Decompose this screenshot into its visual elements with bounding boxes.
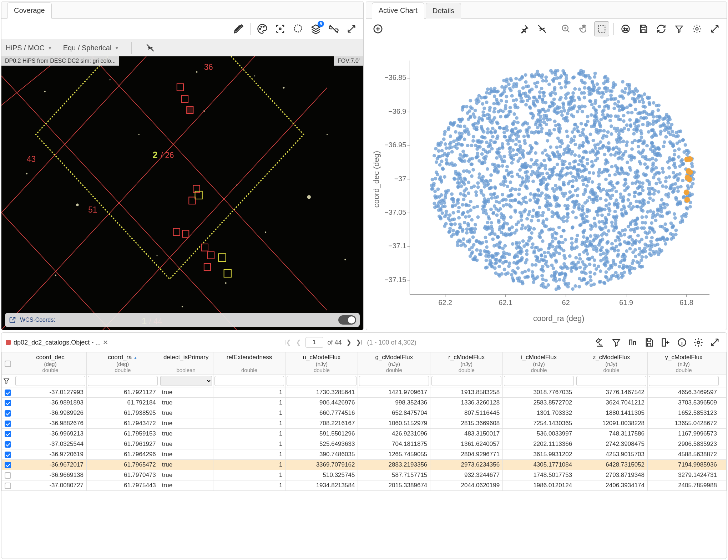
row-checkbox[interactable] [5, 483, 11, 489]
svg-point-1656 [605, 233, 608, 236]
row-checkbox[interactable] [5, 441, 11, 448]
svg-point-844 [564, 96, 568, 100]
table-row[interactable]: -36.972061961.7964296true1390.7486035126… [2, 449, 727, 460]
unlink-icon[interactable] [535, 21, 550, 36]
svg-point-1600 [602, 134, 606, 137]
table-row[interactable]: -37.032554461.7961927true1525.6493633704… [2, 439, 727, 449]
popout-icon[interactable] [9, 316, 16, 324]
box-select-icon[interactable] [594, 21, 609, 36]
microscope-icon[interactable] [592, 335, 607, 350]
table-row[interactable]: -36.988267661.7943472true1708.2216167106… [2, 418, 727, 429]
tools-icon[interactable] [231, 21, 246, 36]
filter-u_cModelFlux[interactable] [287, 376, 357, 386]
close-icon[interactable]: ✕ [103, 338, 108, 346]
link-off-icon[interactable] [326, 21, 341, 36]
col-z_cModelFlux[interactable]: z_cModelFlux(nJy)double [575, 352, 648, 375]
add-chart-icon[interactable] [370, 21, 385, 36]
filter-coord_ra[interactable] [88, 376, 158, 386]
tab-details[interactable]: Details [426, 3, 461, 19]
cell-g_cModelFlux: 704.1811875 [358, 439, 430, 449]
filter-icon[interactable] [672, 21, 687, 36]
col-coord_dec[interactable]: coord_dec(deg)double [14, 352, 87, 375]
region-select-icon[interactable] [290, 21, 305, 36]
table-scroll[interactable]: coord_dec(deg)doublecoord_ra▲(deg)double… [1, 352, 727, 559]
zoom-in-icon[interactable] [558, 21, 573, 36]
chart-toolbar: 1x [366, 19, 727, 39]
table-row[interactable]: -36.967201761.7965472true13369.707916228… [2, 460, 727, 470]
table-filter-icon[interactable] [609, 335, 624, 350]
add-column-icon[interactable] [658, 335, 673, 350]
svg-point-2381 [600, 228, 603, 231]
text-options-icon[interactable] [625, 335, 640, 350]
filter-r_cModelFlux[interactable] [431, 376, 501, 386]
row-checkbox[interactable] [5, 390, 11, 396]
table-settings-icon[interactable] [691, 335, 706, 350]
filter-refExtendedness[interactable] [214, 376, 284, 386]
table-row[interactable]: -37.008072761.7975443true11934.821358420… [2, 480, 727, 491]
svg-point-1230 [518, 78, 522, 82]
palette-icon[interactable] [255, 21, 270, 36]
sky-image[interactable]: DP0.2 HiPS from DESC DC2 sim: gri colo..… [1, 56, 363, 330]
table-row[interactable]: -36.966913861.7970473true1510.325745587.… [2, 470, 727, 480]
svg-point-2253 [652, 119, 655, 123]
col-g_cModelFlux[interactable]: g_cModelFlux(nJy)double [358, 352, 430, 375]
expand-icon[interactable] [344, 21, 359, 36]
filter-g_cModelFlux[interactable] [359, 376, 429, 386]
row-checkbox[interactable] [5, 431, 11, 437]
row-filter-icon[interactable] [3, 377, 10, 385]
coords-toggle[interactable] [338, 315, 356, 325]
page-first-icon[interactable]: I❮ [284, 338, 291, 346]
svg-point-1889 [679, 185, 683, 188]
page-last-icon[interactable]: ❯I [356, 338, 363, 346]
settings-icon[interactable] [689, 21, 704, 36]
filter-coord_dec[interactable] [15, 376, 85, 386]
col-r_cModelFlux[interactable]: r_cModelFlux(nJy)double [430, 352, 503, 375]
svg-point-1501 [597, 105, 601, 108]
col-u_cModelFlux[interactable]: u_cModelFlux(nJy)double [285, 352, 358, 375]
svg-point-1196 [583, 96, 586, 100]
page-input[interactable] [305, 337, 323, 348]
col-refExtendedness[interactable]: refExtendedness double [213, 352, 285, 375]
row-checkbox[interactable] [5, 400, 11, 406]
svg-point-2059 [479, 141, 482, 144]
info-icon[interactable] [674, 335, 689, 350]
page-next-icon[interactable]: ❯ [346, 338, 352, 346]
table-row[interactable]: -37.012799361.7921127true11730.328564114… [2, 387, 727, 398]
select-all-checkbox[interactable] [5, 361, 11, 367]
chart-expand-icon[interactable] [707, 21, 722, 36]
row-checkbox[interactable] [5, 452, 11, 458]
filter-y_cModelFlux[interactable] [649, 376, 719, 386]
row-checkbox[interactable] [5, 421, 11, 427]
frame-dropdown[interactable]: Equ / Spherical▼ [63, 44, 120, 52]
scatter-plot[interactable]: −36.85 −36.9 −36.95 −37 −37.05 −37.1 −37… [366, 39, 727, 330]
svg-point-925 [674, 131, 678, 134]
save-icon[interactable] [636, 21, 651, 36]
col-y_cModelFlux[interactable]: y_cModelFlux(nJy)double [648, 352, 720, 375]
row-checkbox[interactable] [5, 410, 11, 417]
col-coord_ra[interactable]: coord_ra▲(deg)double [86, 352, 159, 375]
table-row[interactable]: -36.989189361.792184true1906.4426976998.… [2, 398, 727, 408]
row-checkbox[interactable] [5, 472, 11, 479]
col-detect_isPrimary[interactable]: detect_isPrimary boolean [159, 352, 213, 375]
row-checkbox[interactable] [5, 462, 11, 468]
tab-coverage[interactable]: Coverage [7, 2, 52, 19]
tab-active-chart[interactable]: Active Chart [372, 2, 424, 19]
filter-z_cModelFlux[interactable] [576, 376, 646, 386]
lock-off-icon[interactable] [144, 41, 157, 54]
table-row[interactable]: -36.996921361.7959153true1591.5501296426… [2, 429, 727, 439]
page-prev-icon[interactable]: ❮ [296, 338, 301, 346]
layers-icon[interactable]: 5 [308, 21, 323, 36]
table-expand-icon[interactable] [707, 335, 722, 350]
col-i_cModelFlux[interactable]: i_cModelFlux(nJy)double [503, 352, 575, 375]
table-row[interactable]: -36.998992661.7938595true1660.7774516652… [2, 408, 727, 418]
refresh-icon[interactable] [654, 21, 669, 36]
recenter-icon[interactable] [273, 21, 288, 36]
zoom-reset-icon[interactable]: 1x [618, 21, 633, 36]
table-save-icon[interactable] [642, 335, 657, 350]
svg-point-2337 [589, 227, 593, 231]
filter-i_cModelFlux[interactable] [504, 376, 574, 386]
pin-icon[interactable] [517, 21, 532, 36]
filter-detect_isPrimary[interactable] [160, 376, 212, 386]
projection-dropdown[interactable]: HiPS / MOC▼ [6, 44, 52, 52]
pan-icon[interactable] [576, 21, 591, 36]
